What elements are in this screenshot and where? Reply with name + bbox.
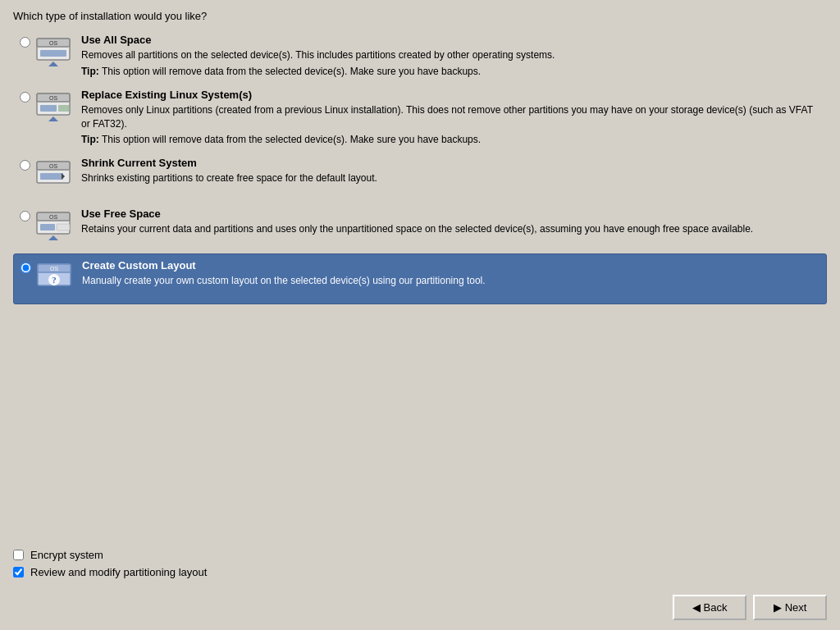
option-create-custom[interactable]: OS ? Create Custom Layout Manually creat… (13, 253, 827, 304)
option-use-all-space[interactable]: OS Use All Space Removes all partitions … (13, 29, 827, 82)
svg-rect-9 (58, 105, 70, 112)
review-partitioning-checkbox[interactable] (13, 567, 24, 578)
option-title-shrink-current: Shrink Current System (81, 157, 820, 169)
back-icon: ◀ (692, 601, 701, 614)
option-text-shrink-current: Shrink Current System Shrinks existing p… (81, 157, 820, 185)
option-text-use-all-space: Use All Space Removes all partitions on … (81, 34, 820, 77)
back-label: Back (704, 601, 728, 614)
tip-label-1: Tip: (81, 66, 99, 77)
option-desc-use-all-space: Removes all partitions on the selected d… (81, 48, 820, 62)
encrypt-system-row: Encrypt system (13, 549, 827, 561)
option-text-replace-linux: Replace Existing Linux System(s) Removes… (81, 89, 820, 146)
radio-shrink-current[interactable] (20, 160, 30, 173)
svg-text:OS: OS (49, 95, 57, 101)
bottom-checks: Encrypt system Review and modify partiti… (0, 541, 840, 588)
svg-text:?: ? (52, 275, 57, 285)
option-desc-create-custom: Manually create your own custom layout o… (82, 274, 819, 288)
radio-replace-linux[interactable] (20, 92, 30, 105)
review-partitioning-label: Review and modify partitioning layout (30, 566, 207, 578)
next-icon: ▶ (774, 601, 782, 614)
options-container: OS Use All Space Removes all partitions … (0, 29, 840, 541)
svg-rect-3 (40, 50, 66, 57)
radio-use-free-space[interactable] (20, 211, 30, 224)
option-desc-use-free-space: Retains your current data and partitions… (81, 222, 820, 236)
next-label: Next (785, 601, 807, 614)
next-button[interactable]: ▶ Next (753, 595, 827, 620)
svg-text:OS: OS (49, 214, 57, 220)
option-shrink-current[interactable]: OS Shrink Current System Shrinks existin… (13, 152, 827, 201)
option-tip-replace-linux: Tip: This option will remove data from t… (81, 134, 820, 145)
svg-text:OS: OS (50, 266, 58, 272)
page-question: Which type of installation would you lik… (0, 0, 840, 29)
option-use-free-space[interactable]: OS Use Free Space Retains your current d… (13, 203, 827, 252)
option-replace-linux[interactable]: OS Replace Existing Linux System(s) Remo… (13, 84, 827, 151)
svg-rect-19 (40, 224, 55, 231)
option-text-use-free-space: Use Free Space Retains your current data… (81, 208, 820, 236)
option-title-replace-linux: Replace Existing Linux System(s) (81, 89, 820, 101)
tip-label-2: Tip: (81, 134, 99, 145)
svg-rect-14 (40, 173, 63, 180)
svg-marker-21 (48, 235, 58, 240)
back-button[interactable]: ◀ Back (673, 595, 746, 620)
option-title-create-custom: Create Custom Layout (82, 259, 819, 272)
icon-use-free-space: OS (34, 208, 73, 247)
svg-marker-10 (48, 116, 58, 121)
option-desc-replace-linux: Removes only Linux partitions (created f… (81, 103, 820, 131)
icon-use-all-space: OS (34, 34, 73, 73)
svg-text:OS: OS (49, 163, 57, 169)
svg-rect-20 (57, 224, 70, 231)
review-partitioning-row: Review and modify partitioning layout (13, 566, 827, 578)
option-title-use-all-space: Use All Space (81, 34, 820, 46)
encrypt-system-label: Encrypt system (30, 549, 103, 561)
option-tip-use-all-space: Tip: This option will remove data from t… (81, 66, 820, 77)
svg-text:OS: OS (49, 40, 57, 46)
option-desc-shrink-current: Shrinks existing partitions to create fr… (81, 171, 820, 185)
radio-create-custom[interactable] (21, 262, 31, 276)
encrypt-system-checkbox[interactable] (13, 550, 24, 560)
svg-marker-4 (48, 62, 58, 66)
svg-rect-8 (40, 105, 57, 112)
option-text-create-custom: Create Custom Layout Manually create you… (82, 259, 819, 288)
icon-shrink-current: OS (34, 157, 73, 196)
bottom-buttons: ◀ Back ▶ Next (0, 588, 840, 630)
option-title-use-free-space: Use Free Space (81, 208, 820, 220)
radio-use-all-space[interactable] (20, 37, 30, 50)
icon-replace-linux: OS (34, 89, 73, 128)
icon-create-custom: OS ? (34, 259, 74, 299)
